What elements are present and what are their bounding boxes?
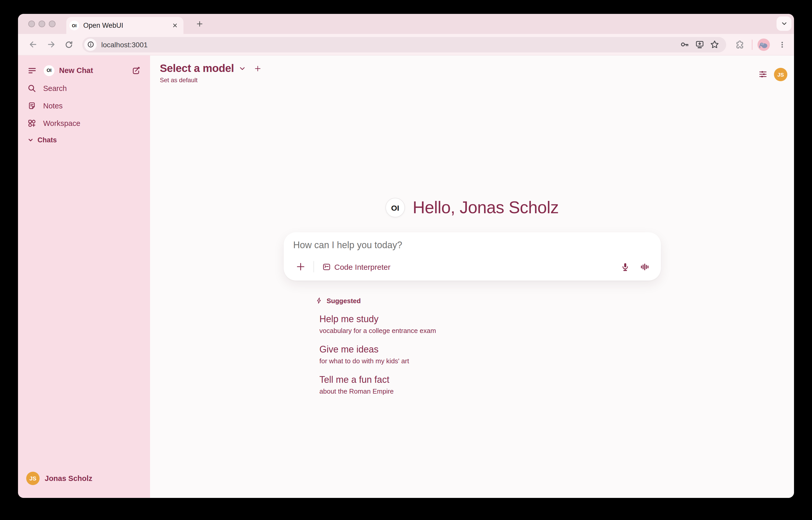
compose-new-chat-button[interactable]	[130, 64, 143, 77]
back-button[interactable]	[26, 37, 40, 52]
search-icon	[25, 82, 38, 95]
window-controls	[28, 14, 55, 34]
sidebar-item-label: Search	[43, 84, 67, 93]
microphone-icon	[620, 262, 630, 271]
header-user-avatar[interactable]: JS	[774, 68, 787, 81]
sidebar-item-search[interactable]: Search	[24, 80, 144, 97]
new-chat-button[interactable]: New Chat	[59, 66, 130, 75]
user-name: Jonas Scholz	[45, 474, 92, 483]
browser-tab-open-webui[interactable]: OI Open WebUI	[66, 17, 183, 34]
suggestion-item[interactable]: Tell me a fun fact about the Roman Empir…	[315, 373, 661, 396]
model-selector-label: Select a model	[160, 62, 234, 75]
plus-icon	[295, 262, 306, 272]
open-webui-app: OI New Chat Search Notes	[18, 55, 794, 498]
suggestion-subtitle: vocabulary for a college entrance exam	[319, 326, 661, 336]
model-selector[interactable]: Select a model	[160, 62, 262, 75]
attach-button[interactable]	[293, 259, 308, 275]
sidebar-toggle-button[interactable]	[25, 64, 38, 77]
address-bar[interactable]: localhost:3001	[82, 37, 726, 52]
message-input-card: Code Interpreter	[283, 232, 661, 281]
close-window-button[interactable]	[28, 21, 35, 27]
reload-button[interactable]	[62, 37, 76, 52]
browser-toolbar: localhost:3001	[18, 34, 794, 55]
sliders-icon	[758, 70, 767, 79]
suggestion-title: Tell me a fun fact	[319, 373, 661, 386]
extensions-icon[interactable]	[733, 37, 747, 51]
url-text: localhost:3001	[101, 40, 677, 49]
lightning-bolt-icon	[315, 297, 322, 304]
suggested-section: Suggested Help me study vocabulary for a…	[315, 296, 661, 396]
code-interpreter-label: Code Interpreter	[334, 262, 390, 271]
app-logo: OI	[44, 65, 54, 76]
app-logo-large: OI	[386, 198, 405, 217]
reload-icon	[64, 40, 74, 49]
new-tab-button[interactable]	[192, 14, 207, 34]
waveform-icon	[640, 262, 650, 271]
chevron-down-icon	[780, 20, 788, 27]
browser-window: OI Open WebUI	[18, 14, 794, 498]
suggested-label: Suggested	[326, 297, 361, 305]
sidebar-header: OI New Chat	[24, 61, 144, 80]
chevron-down-icon	[27, 137, 34, 144]
sidebar-item-label: Workspace	[43, 119, 80, 127]
sidebar-item-notes[interactable]: Notes	[24, 97, 144, 114]
hamburger-menu-icon	[27, 66, 37, 75]
install-app-icon[interactable]	[692, 38, 707, 51]
suggestion-subtitle: for what to do with my kids' art	[319, 357, 661, 366]
input-controls: Code Interpreter	[293, 258, 657, 276]
suggestion-title: Help me study	[319, 313, 661, 325]
chevron-down-icon	[239, 64, 246, 72]
model-selector-block: Select a model Set as default	[160, 62, 262, 84]
tab-close-icon[interactable]	[170, 21, 179, 30]
bookmark-star-icon[interactable]	[707, 38, 722, 51]
tab-favicon: OI	[69, 21, 79, 30]
sidebar-user-menu[interactable]: JS Jonas Scholz	[24, 468, 144, 489]
greeting-text: Hello, Jonas Scholz	[413, 198, 559, 217]
sidebar-item-label: Notes	[43, 102, 63, 110]
password-manager-icon[interactable]	[677, 38, 692, 51]
suggested-header: Suggested	[315, 296, 661, 305]
set-as-default-button[interactable]: Set as default	[160, 77, 262, 84]
zoom-window-button[interactable]	[49, 21, 55, 27]
notes-icon	[25, 99, 38, 112]
controls-divider	[313, 261, 314, 272]
forward-button[interactable]	[44, 37, 58, 52]
browser-profile-avatar[interactable]	[758, 38, 770, 51]
dictate-button[interactable]	[618, 259, 633, 275]
workspace-icon	[25, 116, 38, 130]
sidebar: OI New Chat Search Notes	[18, 55, 150, 498]
message-input[interactable]	[293, 239, 657, 258]
suggestion-item[interactable]: Help me study vocabulary for a college e…	[315, 313, 661, 336]
terminal-icon	[322, 262, 331, 271]
suggestion-item[interactable]: Give me ideas for what to do with my kid…	[315, 343, 661, 366]
back-arrow-icon	[28, 40, 38, 49]
forward-arrow-icon	[46, 40, 56, 49]
main-panel: Select a model Set as default JS	[150, 55, 794, 498]
browser-tab-strip: OI Open WebUI	[18, 14, 794, 34]
compose-icon	[132, 66, 141, 75]
chat-controls-button[interactable]	[756, 68, 769, 81]
user-avatar: JS	[26, 472, 40, 485]
screenshot-stage: OI Open WebUI	[0, 0, 812, 520]
tab-title: Open WebUI	[83, 22, 170, 29]
plus-icon	[195, 20, 203, 28]
minimize-window-button[interactable]	[38, 21, 45, 27]
code-interpreter-toggle[interactable]: Code Interpreter	[320, 259, 392, 275]
site-info-icon[interactable]	[84, 38, 97, 51]
chats-section-label: Chats	[37, 136, 57, 144]
browser-menu-icon[interactable]	[775, 37, 789, 51]
sidebar-chats-section-toggle[interactable]: Chats	[24, 132, 144, 148]
suggestion-subtitle: about the Roman Empire	[319, 387, 661, 396]
tab-search-button[interactable]	[777, 17, 791, 31]
elephant-avatar-icon	[758, 38, 770, 51]
toolbar-divider	[752, 39, 752, 50]
suggestion-title: Give me ideas	[319, 343, 661, 356]
voice-mode-button[interactable]	[637, 259, 652, 275]
sidebar-item-workspace[interactable]: Workspace	[24, 114, 144, 132]
add-model-icon[interactable]	[254, 64, 262, 72]
chat-landing: OI Hello, Jonas Scholz Code I	[283, 55, 661, 396]
greeting-row: OI Hello, Jonas Scholz	[283, 197, 661, 218]
header-right-controls: JS	[756, 65, 787, 84]
